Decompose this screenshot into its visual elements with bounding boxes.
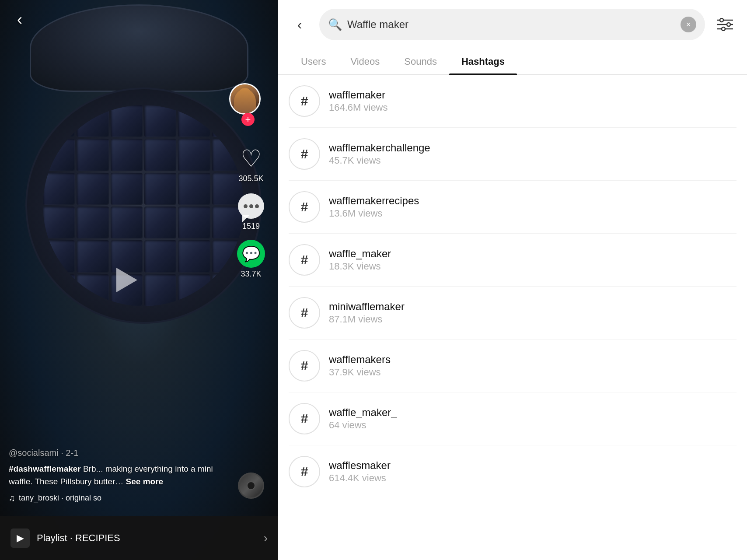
playlist-chevron-icon: › bbox=[264, 531, 268, 545]
like-button[interactable]: ♡ bbox=[237, 144, 265, 172]
list-item[interactable]: # wafflemakerrecipes 13.6M views bbox=[289, 181, 737, 234]
waffle-cell bbox=[111, 206, 143, 238]
waffle-cell bbox=[43, 274, 75, 306]
comment-action[interactable]: 1519 bbox=[237, 192, 265, 231]
hashtag-circle: # bbox=[289, 85, 320, 117]
tab-users[interactable]: Users bbox=[289, 49, 338, 74]
playlist-bar[interactable]: ▶ Playlist · RECIPIES › bbox=[0, 516, 278, 560]
sound-disk[interactable] bbox=[238, 472, 264, 499]
hashtag-symbol: # bbox=[301, 147, 308, 161]
video-info: @socialsami · 2-1 #dashwafflemaker Brb..… bbox=[9, 447, 226, 503]
result-info: wafflemakerchallenge 45.7K views bbox=[329, 142, 737, 166]
waffle-cell bbox=[178, 240, 210, 272]
disk-center bbox=[247, 481, 255, 490]
clear-search-button[interactable]: × bbox=[681, 17, 696, 32]
hashtag-circle: # bbox=[289, 350, 320, 382]
username-text: @socialsami bbox=[9, 448, 59, 458]
list-item[interactable]: # wafflemakers 37.9K views bbox=[289, 340, 737, 392]
video-back-button[interactable]: ‹ bbox=[9, 9, 31, 31]
like-action[interactable]: ♡ 305.5K bbox=[237, 144, 265, 183]
back-arrow-icon: ‹ bbox=[17, 10, 22, 29]
list-item[interactable]: # wafflemakerchallenge 45.7K views bbox=[289, 128, 737, 181]
waffle-cell bbox=[77, 173, 108, 205]
waffle-grid-container bbox=[25, 88, 262, 324]
like-count: 305.5K bbox=[238, 174, 263, 183]
avatar[interactable] bbox=[229, 83, 261, 115]
waffle-cell bbox=[111, 105, 143, 137]
see-more-button[interactable]: See more bbox=[126, 477, 164, 486]
result-info: waffle_maker_ 64 views bbox=[329, 406, 737, 431]
result-view-count: 164.6M views bbox=[329, 102, 737, 113]
waffle-cell bbox=[77, 240, 108, 272]
waffle-cell bbox=[77, 274, 108, 306]
result-view-count: 45.7K views bbox=[329, 155, 737, 166]
result-tag-name: waffle_maker bbox=[329, 248, 737, 260]
avatar-image bbox=[230, 84, 259, 113]
result-view-count: 87.1M views bbox=[329, 314, 737, 325]
results-list: # wafflemaker 164.6M views # wafflemaker… bbox=[278, 75, 747, 560]
waffle-cell bbox=[43, 173, 75, 205]
waffle-cell bbox=[43, 139, 75, 171]
result-info: waffle_maker 18.3K views bbox=[329, 248, 737, 272]
waffle-cell bbox=[77, 139, 108, 171]
hashtag-symbol: # bbox=[301, 94, 308, 108]
share-action[interactable]: 💬 33.7K bbox=[237, 240, 265, 279]
list-item[interactable]: # wafflesmaker 614.4K views bbox=[289, 445, 737, 498]
waffle-cell bbox=[144, 240, 176, 272]
comment-count: 1519 bbox=[242, 222, 260, 231]
result-info: wafflesmaker 614.4K views bbox=[329, 459, 737, 484]
waffle-cell bbox=[111, 173, 143, 205]
waffle-cell bbox=[178, 105, 210, 137]
search-panel: ‹ 🔍 Waffle maker × Users Videos Sounds H… bbox=[278, 0, 747, 560]
hashtag-symbol: # bbox=[301, 464, 308, 479]
svg-point-5 bbox=[722, 27, 725, 31]
search-back-button[interactable]: ‹ bbox=[289, 14, 311, 35]
share-count: 33.7K bbox=[241, 270, 261, 279]
play-button[interactable] bbox=[108, 262, 143, 298]
tab-videos[interactable]: Videos bbox=[338, 49, 392, 74]
tab-sounds[interactable]: Sounds bbox=[392, 49, 449, 74]
search-header: ‹ 🔍 Waffle maker × bbox=[278, 0, 747, 40]
search-input[interactable]: Waffle maker bbox=[347, 18, 675, 31]
filter-button[interactable] bbox=[714, 13, 737, 36]
hashtag-symbol: # bbox=[301, 411, 308, 426]
hashtag-symbol: # bbox=[301, 305, 308, 320]
back-chevron-icon: ‹ bbox=[297, 17, 302, 33]
hashtag-circle: # bbox=[289, 244, 320, 276]
clear-icon: × bbox=[686, 20, 691, 29]
comment-dots bbox=[244, 204, 259, 208]
hashtag-circle: # bbox=[289, 138, 320, 170]
heart-icon: ♡ bbox=[241, 147, 262, 170]
share-button[interactable]: 💬 bbox=[237, 240, 265, 268]
result-info: wafflemakers 37.9K views bbox=[329, 354, 737, 378]
caption-hashtag[interactable]: #dashwafflemaker bbox=[9, 464, 81, 473]
search-bar[interactable]: 🔍 Waffle maker × bbox=[319, 9, 705, 40]
dot bbox=[244, 204, 248, 208]
username[interactable]: @socialsami · 2-1 bbox=[9, 447, 226, 458]
side-actions: ♡ 305.5K 1519 💬 bbox=[237, 144, 265, 279]
list-item[interactable]: # waffle_maker_ 64 views bbox=[289, 392, 737, 445]
video-panel: ‹ + ♡ 305.5K bbox=[0, 0, 278, 560]
tab-hashtags[interactable]: Hashtags bbox=[449, 49, 517, 74]
playlist-icon: ▶ bbox=[10, 528, 30, 548]
list-item[interactable]: # waffle_maker 18.3K views bbox=[289, 234, 737, 287]
waffle-cell bbox=[178, 206, 210, 238]
svg-point-3 bbox=[727, 23, 730, 26]
sound-row[interactable]: ♫ tany_broski · original so bbox=[9, 493, 226, 503]
list-item[interactable]: # miniwafflemaker 87.1M views bbox=[289, 287, 737, 340]
list-item[interactable]: # wafflemaker 164.6M views bbox=[289, 75, 737, 128]
waffle-cell bbox=[144, 139, 176, 171]
waffle-cell bbox=[178, 173, 210, 205]
follow-button[interactable]: + bbox=[241, 113, 255, 126]
hashtag-symbol: # bbox=[301, 358, 308, 373]
hashtag-circle: # bbox=[289, 456, 320, 487]
waffle-cell bbox=[178, 139, 210, 171]
play-icon bbox=[116, 268, 137, 292]
waffle-grid bbox=[43, 105, 244, 306]
comment-button[interactable] bbox=[237, 192, 265, 220]
avatar-body bbox=[234, 89, 256, 113]
svg-point-1 bbox=[720, 18, 723, 22]
dot bbox=[255, 204, 259, 208]
video-caption: #dashwafflemaker Brb... making everythin… bbox=[9, 463, 226, 488]
comment-bubble-icon bbox=[238, 193, 264, 219]
